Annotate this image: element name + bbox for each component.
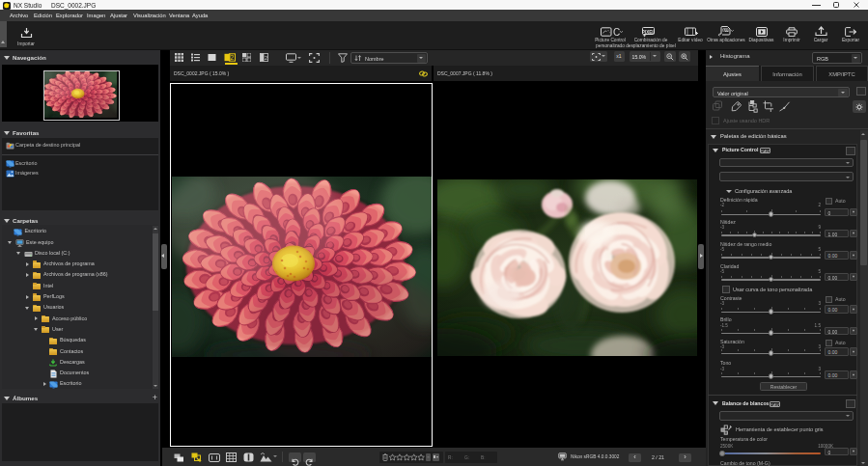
svg-text:C: C [613,27,620,37]
svg-text:PIXEL: PIXEL [642,29,655,34]
svg-text:2: 2 [265,55,267,61]
svg-text:APP: APP [722,29,728,33]
svg-text:2: 2 [231,54,235,61]
